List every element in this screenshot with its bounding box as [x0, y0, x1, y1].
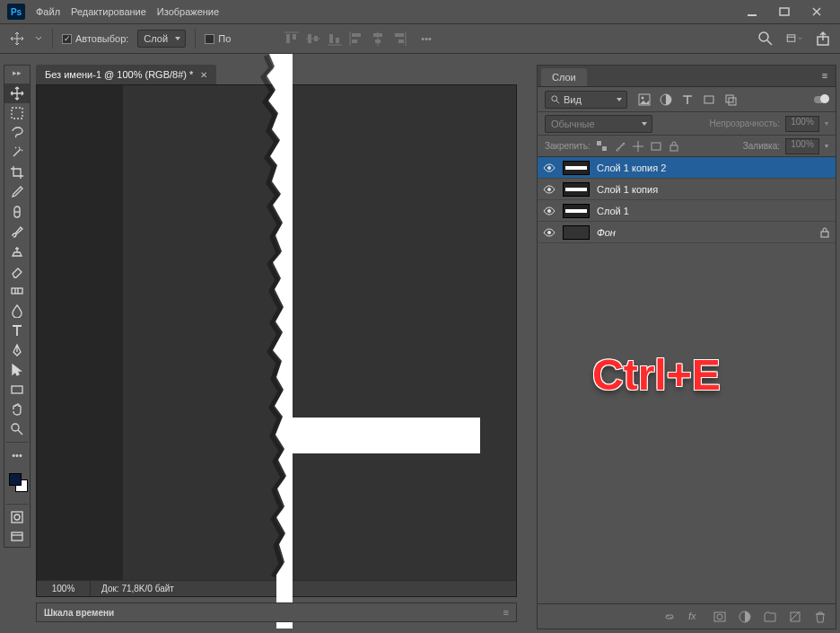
healing-brush-tool[interactable]	[4, 202, 30, 222]
timeline-menu-icon[interactable]: ≡	[503, 607, 509, 618]
filter-smartobject-icon[interactable]	[724, 93, 737, 106]
pen-tool[interactable]	[4, 340, 30, 360]
rectangle-tool[interactable]	[4, 380, 30, 400]
group-layers-icon[interactable]	[764, 611, 776, 623]
move-tool[interactable]	[4, 84, 30, 103]
filter-adjustment-icon[interactable]	[660, 93, 672, 106]
menu-edit[interactable]: Редактирование	[71, 6, 146, 17]
lock-transparency-icon[interactable]	[596, 140, 608, 153]
align-right-icon[interactable]	[392, 31, 407, 46]
align-vcenter-icon[interactable]	[306, 31, 320, 46]
layer-mask-icon[interactable]	[713, 611, 726, 623]
filter-type-select[interactable]: Вид	[545, 91, 627, 109]
brush-tool[interactable]	[4, 222, 30, 242]
maximize-button[interactable]	[768, 0, 801, 23]
path-select-tool[interactable]	[4, 360, 30, 380]
link-layers-icon[interactable]	[663, 611, 676, 623]
delete-layer-icon[interactable]	[814, 611, 827, 623]
tool-strip: ▸▸ •••	[4, 65, 31, 548]
marquee-tool[interactable]	[4, 103, 30, 123]
zoom-tool[interactable]	[4, 419, 30, 439]
panel-tab-layers[interactable]: Слои	[541, 68, 587, 86]
layer-name: Слой 1 копия	[597, 184, 658, 195]
blend-opacity-row: Обычные Непрозрачность: 100% ▾	[538, 112, 836, 136]
svg-rect-36	[12, 512, 22, 523]
toolstrip-expand[interactable]: ▸▸	[4, 67, 30, 78]
align-hcenter-icon[interactable]	[371, 31, 385, 46]
canvas-area[interactable]: 100% Док: 71,8K/0 байт	[36, 84, 517, 597]
lock-pixels-icon[interactable]	[614, 140, 626, 153]
show-transform-checkbox[interactable]: По	[205, 33, 231, 44]
close-button[interactable]	[801, 0, 833, 23]
lasso-tool[interactable]	[4, 123, 30, 143]
filter-shape-icon[interactable]	[703, 93, 715, 106]
filter-pixel-icon[interactable]	[638, 93, 651, 106]
fill-chevron-icon[interactable]: ▾	[825, 142, 828, 150]
app-logo: Ps	[7, 4, 25, 20]
align-top-icon[interactable]	[284, 31, 299, 46]
align-left-icon[interactable]	[349, 31, 363, 46]
eyedropper-tool[interactable]	[4, 182, 30, 202]
document-info[interactable]: Док: 71,8K/0 байт	[91, 584, 185, 593]
layer-name: Фон	[597, 227, 616, 238]
layer-thumbnail	[563, 204, 590, 218]
lock-artboard-icon[interactable]	[650, 140, 662, 153]
fill-input[interactable]: 100%	[785, 138, 819, 154]
close-tab-icon[interactable]: ✕	[200, 70, 207, 80]
minimize-button[interactable]	[736, 0, 768, 23]
autoselect-target-select[interactable]: Слой	[137, 30, 186, 48]
menu-file[interactable]: Файл	[36, 6, 60, 17]
zoom-level[interactable]: 100%	[37, 581, 91, 596]
visibility-toggle[interactable]	[543, 226, 556, 239]
layer-style-icon[interactable]: fx	[688, 611, 701, 623]
new-layer-icon[interactable]	[789, 611, 801, 623]
magic-wand-tool[interactable]	[4, 143, 30, 163]
screen-mode-toggle[interactable]	[4, 527, 30, 547]
visibility-toggle[interactable]	[543, 183, 556, 196]
layer-item[interactable]: Слой 1	[538, 200, 836, 222]
share-icon[interactable]	[815, 31, 831, 47]
document-tab-title: Без имени-1 @ 100% (RGB/8#) *	[45, 69, 193, 80]
tool-preset-dropdown[interactable]	[34, 35, 43, 42]
more-icon[interactable]: •••	[421, 33, 432, 44]
timeline-panel-collapsed[interactable]: Шкала времени ≡	[36, 602, 517, 622]
autoselect-checkbox[interactable]: Автовыбор:	[62, 33, 128, 44]
lock-position-icon[interactable]	[632, 140, 644, 153]
blur-tool[interactable]	[4, 301, 30, 321]
lock-all-icon[interactable]	[668, 140, 680, 153]
layer-item[interactable]: Слой 1 копия 2	[538, 157, 836, 179]
workspace-switcher-icon[interactable]	[786, 31, 802, 47]
layer-item[interactable]: Фон	[538, 222, 836, 243]
crop-tool[interactable]	[4, 163, 30, 182]
svg-line-23	[767, 40, 772, 45]
layer-name: Слой 1 копия 2	[597, 163, 666, 173]
filter-type-icon[interactable]	[681, 93, 694, 106]
layer-filter-row: Вид	[538, 87, 836, 112]
svg-rect-33	[12, 386, 22, 393]
panel-menu-icon[interactable]: ≡	[814, 65, 836, 86]
foreground-color-swatch[interactable]	[9, 473, 22, 486]
quick-mask-toggle[interactable]	[4, 507, 30, 527]
eraser-tool[interactable]	[4, 261, 30, 281]
document-tab[interactable]: Без имени-1 @ 100% (RGB/8#) * ✕	[36, 65, 216, 84]
filter-toggle-switch[interactable]	[814, 96, 828, 103]
visibility-toggle[interactable]	[543, 162, 556, 174]
svg-rect-56	[821, 232, 828, 237]
svg-line-35	[18, 430, 22, 435]
blend-mode-select[interactable]: Обычные	[545, 115, 652, 133]
move-tool-icon	[9, 31, 25, 47]
opacity-chevron-icon[interactable]: ▾	[825, 119, 828, 127]
opacity-input[interactable]: 100%	[785, 116, 819, 132]
hand-tool[interactable]	[4, 400, 30, 419]
visibility-toggle[interactable]	[543, 205, 556, 217]
layer-item[interactable]: Слой 1 копия	[538, 179, 836, 200]
align-bottom-icon[interactable]	[328, 31, 342, 46]
edit-toolbar-button[interactable]: •••	[4, 445, 30, 465]
menu-image[interactable]: Изображение	[157, 6, 219, 17]
clone-stamp-tool[interactable]	[4, 242, 30, 261]
adjustment-layer-icon[interactable]	[739, 611, 751, 623]
search-icon[interactable]	[757, 31, 774, 47]
gradient-tool[interactable]	[4, 281, 30, 301]
type-tool[interactable]	[4, 321, 30, 340]
color-swatches[interactable]	[4, 469, 30, 501]
